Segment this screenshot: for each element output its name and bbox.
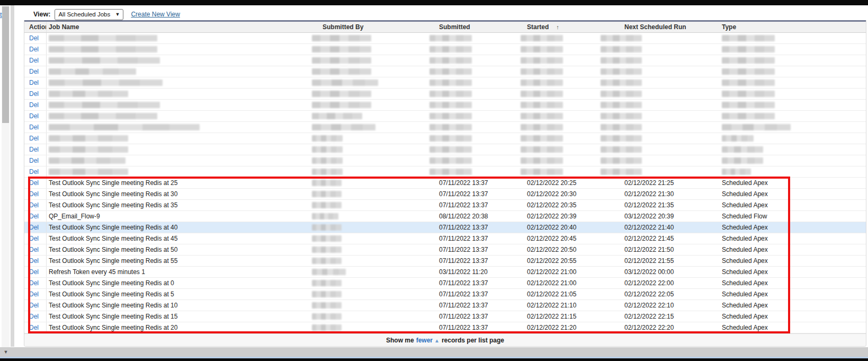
del-link[interactable]: Del [29,34,39,42]
footer-show-me-text: Show me [386,337,414,344]
del-link[interactable]: Del [29,201,39,209]
del-link[interactable]: Del [29,168,39,175]
header-submitted-by[interactable]: Submitted By [308,22,424,32]
del-link[interactable]: Del [29,124,39,131]
redacted-started [521,102,563,108]
redacted-submitted [429,46,472,52]
redacted-submitted-by [312,291,342,297]
del-link[interactable]: Del [29,257,39,265]
table-row-redacted: Del [24,66,866,77]
job-type: Scheduled Apex [722,190,768,198]
del-link[interactable]: Del [29,90,39,98]
started-date: 02/12/2022 20:25 [527,179,576,187]
submitted-date: 07/11/2022 13:37 [439,257,488,265]
del-link[interactable]: Del [29,246,39,253]
submitted-date: 07/11/2022 13:37 [439,302,488,309]
redacted-submitted-by [312,224,342,231]
next-run-date: 02/12/2022 21:45 [624,235,674,242]
table-row: DelTest Outlook Sync Single meeting Redi… [24,189,866,200]
bottom-black-bar [0,358,868,361]
submitted-date: 07/11/2022 13:37 [439,190,488,198]
redacted-job-name [49,80,163,86]
header-submitted[interactable]: Submitted [424,22,510,32]
bottom-window-band [0,347,868,357]
del-link[interactable]: Del [29,57,39,64]
job-type: Scheduled Apex [722,257,768,265]
table-row: DelTest Outlook Sync Single meeting Redi… [24,289,866,300]
del-link[interactable]: Del [29,213,39,220]
del-link[interactable]: Del [29,302,39,309]
del-link[interactable]: Del [29,224,39,231]
header-action: Action [24,22,47,32]
del-link[interactable]: Del [29,190,39,198]
redacted-job-name [49,124,200,130]
chevron-down-icon: ▼ [115,12,120,17]
redacted-submitted-by [312,169,343,175]
del-link[interactable]: Del [29,68,39,75]
del-link[interactable]: Del [29,101,39,109]
job-name: Test Outlook Sync Single meeting Redis a… [49,313,177,320]
table-row-redacted: Del [24,44,866,55]
del-link[interactable]: Del [29,135,39,142]
del-link[interactable]: Del [29,313,39,320]
fewer-link[interactable]: fewer [416,337,433,344]
table-row-redacted: Del [24,133,866,144]
redacted-submitted-by [312,124,375,130]
del-link[interactable]: Del [29,235,39,242]
del-link[interactable]: Del [29,112,39,120]
header-started[interactable]: Started ↑ [510,22,595,32]
view-dropdown[interactable]: All Scheduled Jobs ▼ [55,9,123,20]
redacted-submitted [429,68,472,75]
collapse-triangle-icon[interactable]: ▲ [434,338,440,344]
redacted-started [521,124,563,130]
del-link[interactable]: Del [29,279,39,287]
left-scrollbar-track[interactable] [2,5,10,347]
del-link[interactable]: Del [29,79,39,86]
redacted-submitted-by [312,313,342,320]
left-scrollbar-thumb[interactable] [2,6,9,123]
table-row-redacted: Del [24,144,866,155]
del-link[interactable]: Del [29,146,39,153]
scrollbar-down-arrow-icon[interactable]: ▼ [3,349,9,355]
del-link[interactable]: Del [29,268,39,276]
table-row: DelTest Outlook Sync Single meeting Redi… [24,178,866,189]
job-type: Scheduled Apex [722,268,768,276]
del-link[interactable]: Del [29,324,39,331]
header-job-name[interactable]: Job Name [47,22,308,32]
table-row-redacted: Del [24,122,866,133]
redacted-job-name [49,157,126,164]
del-link[interactable]: Del [29,290,39,298]
started-date: 02/12/2022 21:05 [527,290,576,298]
table-row: DelTest Outlook Sync Single meeting Redi… [24,222,866,233]
table-row: DelTest Outlook Sync Single meeting Redi… [24,200,866,211]
view-label: View: [33,11,50,18]
table-row-redacted: Del [24,166,866,178]
job-name: Test Outlook Sync Single meeting Redis a… [49,257,177,265]
redacted-job-name [49,135,128,142]
table-row: DelTest Outlook Sync Single meeting Redi… [24,256,866,267]
clipped-left-link[interactable]: t [0,11,2,19]
view-dropdown-value: All Scheduled Jobs [58,11,113,17]
del-link[interactable]: Del [29,157,39,164]
header-next-scheduled-run[interactable]: Next Scheduled Run [595,22,687,32]
redacted-started [521,135,563,142]
redacted-submitted-by [312,202,342,208]
create-new-view-link[interactable]: Create New View [131,11,180,18]
del-link[interactable]: Del [29,46,39,53]
table-header-row: Action Job Name Submitted By Submitted S… [24,20,866,33]
redacted-type [722,91,775,97]
redacted-submitted-by [312,80,378,86]
job-type: Scheduled Apex [722,290,768,298]
next-run-date: 02/12/2022 21:35 [624,201,674,209]
job-type: Scheduled Apex [722,324,768,331]
table-row: DelTest Outlook Sync Single meeting Redi… [24,322,866,333]
del-link[interactable]: Del [29,179,39,187]
top-black-bar [0,0,868,5]
redacted-job-name [49,113,157,119]
submitted-date: 07/11/2022 13:37 [439,313,488,320]
table-row-redacted: Del [24,89,866,100]
redacted-next-run [601,35,642,41]
header-type[interactable]: Type [687,22,866,32]
next-run-date: 02/12/2022 21:25 [624,179,674,187]
table-row: DelTest Outlook Sync Single meeting Redi… [24,233,866,244]
